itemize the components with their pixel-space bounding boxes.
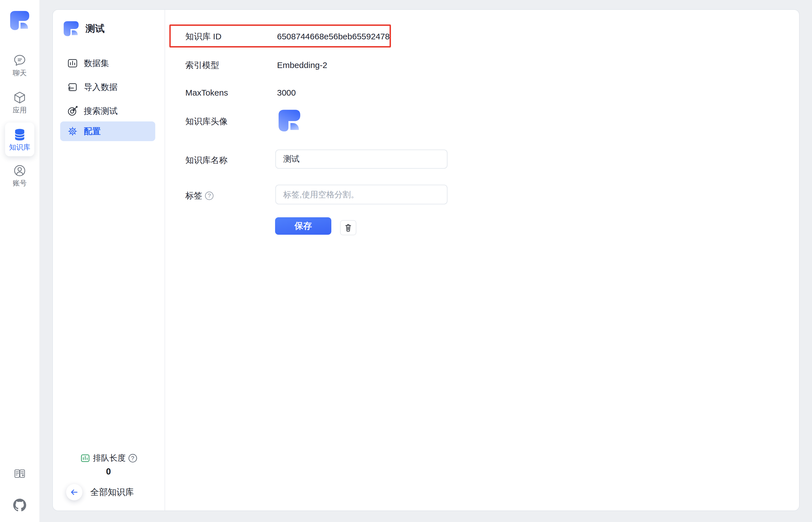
tags-label: 标签 bbox=[185, 190, 202, 202]
tab-label: 导入数据 bbox=[84, 81, 118, 93]
sidebar-item-label: 聊天 bbox=[13, 69, 27, 77]
sidebar-item-chat[interactable]: 聊天 bbox=[4, 54, 35, 77]
main-panel: 测试 数据集 导入数据 bbox=[52, 9, 800, 511]
max-tokens-label: MaxTokens bbox=[185, 88, 228, 98]
queue-length-label: 排队长度 bbox=[93, 453, 126, 464]
tab-label: 搜索测试 bbox=[84, 105, 118, 117]
index-model-value: Embedding-2 bbox=[277, 60, 327, 70]
back-button[interactable] bbox=[66, 484, 82, 500]
sidebar-item-account[interactable]: 账号 bbox=[4, 164, 35, 187]
delete-button[interactable] bbox=[340, 220, 356, 235]
arrow-left-icon bbox=[70, 487, 79, 497]
save-button[interactable]: 保存 bbox=[275, 217, 331, 235]
kb-name-input[interactable] bbox=[275, 149, 447, 169]
tags-input[interactable] bbox=[275, 185, 447, 204]
back-label[interactable]: 全部知识库 bbox=[90, 486, 134, 498]
sidebar-item-label: 账号 bbox=[13, 180, 27, 187]
kb-avatar-picker[interactable] bbox=[277, 109, 301, 133]
tab-label: 配置 bbox=[84, 126, 101, 137]
queue-length-row: 排队长度 ? bbox=[53, 453, 164, 464]
sidebar-item-label: 知识库 bbox=[9, 144, 31, 151]
sidebar-item-apps[interactable]: 应用 bbox=[4, 91, 35, 114]
tags-help-icon[interactable]: ? bbox=[205, 192, 213, 200]
book-icon bbox=[13, 467, 26, 480]
docs-button[interactable] bbox=[13, 467, 26, 480]
target-icon bbox=[67, 105, 78, 117]
config-form: 知识库 ID 6508744668e56beb65592478 索引模型 Emb… bbox=[165, 10, 799, 510]
back-row: 全部知识库 bbox=[53, 484, 164, 500]
tab-import-data[interactable]: 导入数据 bbox=[60, 77, 155, 97]
index-model-label: 索引模型 bbox=[185, 60, 219, 71]
dataset-icon bbox=[67, 58, 78, 69]
sidebar-item-label: 应用 bbox=[13, 106, 27, 114]
import-icon bbox=[67, 81, 78, 93]
queue-help-icon[interactable]: ? bbox=[129, 454, 137, 462]
sidebar-item-knowledge-base[interactable]: 知识库 bbox=[5, 123, 34, 156]
kb-avatar-icon bbox=[63, 20, 79, 37]
queue-length-value: 0 bbox=[53, 467, 164, 477]
kb-id-label: 知识库 ID bbox=[185, 31, 221, 42]
kb-name-label: 知识库名称 bbox=[185, 155, 228, 166]
kb-title: 测试 bbox=[85, 22, 104, 35]
tab-search-test[interactable]: 搜索测试 bbox=[60, 101, 155, 121]
gear-icon bbox=[67, 126, 78, 137]
nav-rail: 聊天 应用 知识库 账号 bbox=[0, 0, 39, 522]
tags-label-row: 标签 ? bbox=[185, 190, 213, 202]
tab-config[interactable]: 配置 bbox=[60, 121, 155, 141]
tab-dataset[interactable]: 数据集 bbox=[60, 54, 155, 73]
kb-sidebar: 测试 数据集 导入数据 bbox=[53, 10, 165, 510]
github-icon bbox=[13, 499, 26, 511]
queue-chart-icon bbox=[80, 453, 90, 463]
sidebar-footer: 排队长度 ? 0 全部知识库 bbox=[53, 453, 164, 500]
avatar-label: 知识库头像 bbox=[185, 116, 228, 127]
tab-label: 数据集 bbox=[84, 58, 109, 69]
cube-icon bbox=[13, 91, 26, 104]
kb-id-value: 6508744668e56beb65592478 bbox=[277, 32, 389, 41]
user-circle-icon bbox=[13, 164, 26, 177]
max-tokens-value: 3000 bbox=[277, 88, 296, 98]
kb-header: 测试 bbox=[63, 20, 104, 37]
github-button[interactable] bbox=[13, 499, 26, 511]
chat-bubble-icon bbox=[13, 54, 26, 67]
database-icon bbox=[13, 128, 26, 141]
app-window: 聊天 应用 知识库 账号 bbox=[0, 0, 812, 522]
app-logo-icon bbox=[9, 10, 30, 31]
trash-icon bbox=[343, 223, 353, 233]
